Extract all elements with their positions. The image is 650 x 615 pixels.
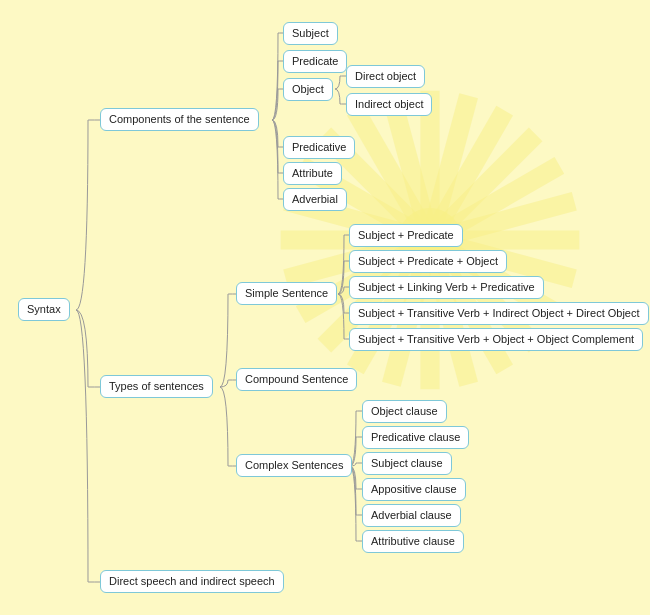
spo-node: Subject + Predicate + Object (349, 250, 507, 273)
object-clause-node: Object clause (362, 400, 447, 423)
stvooc-node: Subject + Transitive Verb + Object + Obj… (349, 328, 643, 351)
attributive-clause-node: Attributive clause (362, 530, 464, 553)
predicate-node: Predicate (283, 50, 347, 73)
adverbial-node: Adverbial (283, 188, 347, 211)
complex-sentences-node: Complex Sentences (236, 454, 352, 477)
predicative-clause-node: Predicative clause (362, 426, 469, 449)
sp-node: Subject + Predicate (349, 224, 463, 247)
stviodo-node: Subject + Transitive Verb + Indirect Obj… (349, 302, 649, 325)
subject-clause-node: Subject clause (362, 452, 452, 475)
slvp-node: Subject + Linking Verb + Predicative (349, 276, 544, 299)
appositive-clause-node: Appositive clause (362, 478, 466, 501)
syntax-node: Syntax (18, 298, 70, 321)
adverbial-clause-node: Adverbial clause (362, 504, 461, 527)
types-sentences-node: Types of sentences (100, 375, 213, 398)
direct-object-node: Direct object (346, 65, 425, 88)
attribute-node: Attribute (283, 162, 342, 185)
subject-node: Subject (283, 22, 338, 45)
compound-sentence-node: Compound Sentence (236, 368, 357, 391)
components-node: Components of the sentence (100, 108, 259, 131)
object-node: Object (283, 78, 333, 101)
predicative-node: Predicative (283, 136, 355, 159)
direct-indirect-speech-node: Direct speech and indirect speech (100, 570, 284, 593)
indirect-object-node: Indirect object (346, 93, 432, 116)
simple-sentence-node: Simple Sentence (236, 282, 337, 305)
